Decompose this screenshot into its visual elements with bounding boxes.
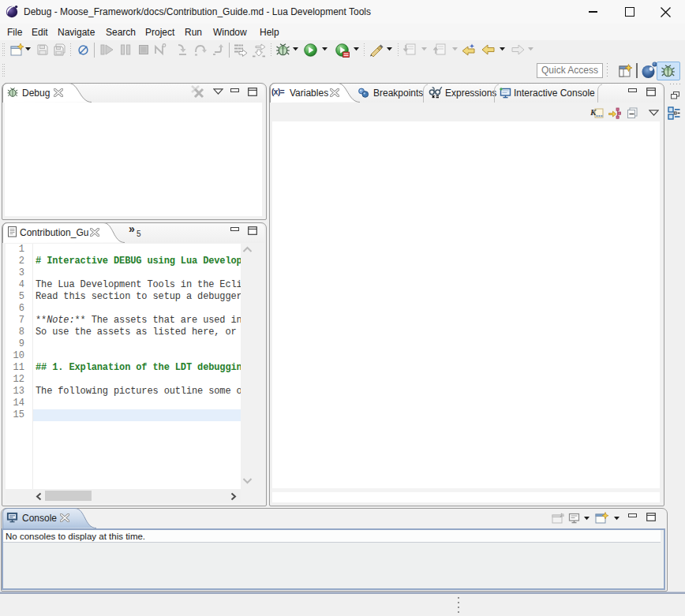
svg-text:K: K [590, 107, 597, 117]
